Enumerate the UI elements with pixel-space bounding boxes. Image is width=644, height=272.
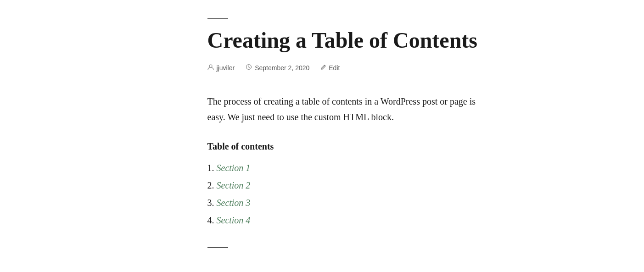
toc-link-2[interactable]: Section 2 xyxy=(217,180,251,190)
meta-edit[interactable]: Edit xyxy=(320,64,340,72)
page-wrapper: Creating a Table of Contents jjuviler Se… xyxy=(125,0,520,272)
post-body-text: The process of creating a table of conte… xyxy=(207,94,492,125)
item-number: 1. xyxy=(207,163,217,173)
post-title: Creating a Table of Contents xyxy=(207,28,492,53)
meta-date: September 2, 2020 xyxy=(246,64,309,72)
clock-icon xyxy=(246,64,252,72)
toc-heading: Table of contents xyxy=(207,141,492,152)
author-icon xyxy=(207,64,214,72)
list-item: 2. Section 2 xyxy=(207,177,492,194)
post-date: September 2, 2020 xyxy=(255,64,309,72)
meta-author: jjuviler xyxy=(207,64,235,72)
toc-link-4[interactable]: Section 4 xyxy=(217,215,251,225)
author-name: jjuviler xyxy=(217,64,235,72)
list-item: 3. Section 3 xyxy=(207,194,492,211)
svg-point-0 xyxy=(209,65,212,67)
edit-link[interactable]: Edit xyxy=(320,64,340,72)
edit-icon xyxy=(320,64,326,72)
list-item: 4. Section 4 xyxy=(207,211,492,229)
bottom-rule xyxy=(207,247,228,248)
post-meta: jjuviler September 2, 2020 Edit xyxy=(207,64,492,72)
toc-list: 1. Section 1 2. Section 2 3. Section 3 4… xyxy=(207,159,492,229)
toc-link-1[interactable]: Section 1 xyxy=(217,163,251,173)
toc-link-3[interactable]: Section 3 xyxy=(217,198,251,208)
item-number: 4. xyxy=(207,215,217,225)
list-item: 1. Section 1 xyxy=(207,159,492,177)
item-number: 3. xyxy=(207,198,217,208)
top-rule xyxy=(207,18,228,19)
edit-label: Edit xyxy=(329,64,340,72)
item-number: 2. xyxy=(207,180,217,190)
